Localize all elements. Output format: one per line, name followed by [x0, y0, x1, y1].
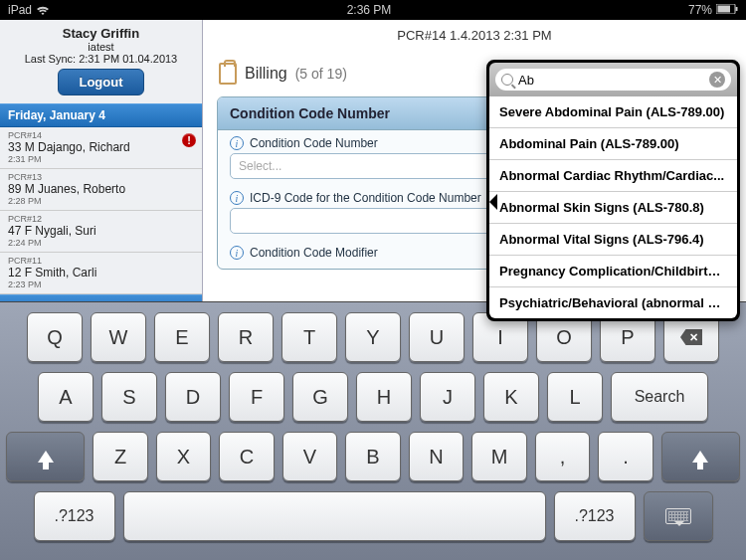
key-u[interactable]: U: [409, 312, 465, 362]
shift-icon: [38, 451, 54, 463]
search-popover: ✕ Severe Abdominal Pain (ALS-789.00) Abd…: [486, 60, 740, 321]
clipboard-icon: [219, 63, 237, 85]
battery-icon: [716, 3, 738, 17]
user-info: Stacy Griffin iatest Last Sync: 2:31 PM …: [0, 20, 202, 103]
key-s[interactable]: S: [101, 372, 157, 422]
device-label: iPad: [8, 3, 32, 17]
key-f[interactable]: F: [229, 372, 284, 422]
breadcrumb: PCR#14 1.4.2013 2:31 PM: [203, 20, 746, 51]
key-z[interactable]: Z: [93, 432, 148, 481]
key-period[interactable]: .: [598, 432, 653, 481]
key-n[interactable]: N: [409, 432, 465, 481]
key-space[interactable]: [123, 491, 546, 541]
key-k[interactable]: K: [483, 372, 539, 422]
key-j[interactable]: J: [420, 372, 475, 422]
key-shift-right[interactable]: [661, 432, 740, 481]
info-icon[interactable]: i: [230, 246, 244, 260]
key-comma[interactable]: ,: [535, 432, 591, 481]
date-header-1: Friday, January 4: [0, 103, 202, 127]
keyboard: Q W E R T Y U I O P ✕ A S D F G H J K L …: [0, 301, 746, 560]
suggestion-item[interactable]: Psychiatric/Behavioral (abnormal me...: [489, 287, 737, 318]
suggestion-item[interactable]: Abnormal Skin Signs (ALS-780.8): [489, 192, 737, 224]
key-m[interactable]: M: [471, 432, 527, 481]
suggestion-item[interactable]: Severe Abdominal Pain (ALS-789.00): [489, 96, 737, 128]
info-icon[interactable]: i: [230, 191, 244, 205]
search-field[interactable]: ✕: [495, 69, 731, 91]
key-g[interactable]: G: [292, 372, 348, 422]
key-a[interactable]: A: [38, 372, 93, 422]
info-icon[interactable]: i: [230, 136, 244, 150]
key-search[interactable]: Search: [611, 372, 708, 422]
record-item[interactable]: PCR#12 47 F Nygali, Suri 2:24 PM: [0, 211, 202, 253]
user-name: Stacy Griffin: [8, 26, 194, 41]
key-w[interactable]: W: [91, 312, 146, 362]
suggestion-item[interactable]: Abnormal Cardiac Rhythm/Cardiac...: [489, 160, 737, 192]
logout-button[interactable]: Logout: [58, 69, 143, 95]
key-hide-keyboard[interactable]: [644, 491, 713, 541]
suggestion-item[interactable]: Pregnancy Complication/Childbirth/L...: [489, 256, 737, 287]
key-t[interactable]: T: [281, 312, 337, 362]
key-b[interactable]: B: [345, 432, 401, 481]
user-sub: iatest: [8, 41, 194, 53]
search-input[interactable]: [518, 73, 704, 88]
record-item[interactable]: PCR#14 33 M Dajango, Richard 2:31 PM: [0, 127, 202, 169]
hide-keyboard-icon: [665, 508, 691, 524]
key-shift-left[interactable]: [6, 432, 85, 481]
suggestion-item[interactable]: Abnormal Vital Signs (ALS-796.4): [489, 224, 737, 256]
key-r[interactable]: R: [218, 312, 274, 362]
search-icon: [501, 74, 513, 86]
status-bar: iPad 2:36 PM 77%: [0, 0, 746, 20]
clear-icon[interactable]: ✕: [709, 72, 725, 88]
suggestions-list: Severe Abdominal Pain (ALS-789.00) Abdom…: [489, 96, 737, 318]
key-x[interactable]: X: [156, 432, 212, 481]
last-sync: Last Sync: 2:31 PM 01.04.2013: [8, 53, 194, 65]
key-numbers-right[interactable]: .?123: [554, 491, 636, 541]
svg-rect-1: [717, 6, 730, 13]
main-panel: PCR#14 1.4.2013 2:31 PM Billing (5 of 19…: [203, 20, 746, 301]
record-item[interactable]: PCR#13 89 M Juanes, Roberto 2:28 PM: [0, 169, 202, 211]
key-h[interactable]: H: [356, 372, 412, 422]
wifi-icon: [36, 5, 50, 15]
battery-label: 77%: [688, 3, 712, 17]
key-y[interactable]: Y: [345, 312, 401, 362]
svg-rect-2: [735, 7, 737, 11]
record-item[interactable]: PCR#11 12 F Smith, Carli 2:23 PM: [0, 253, 202, 294]
key-c[interactable]: C: [219, 432, 275, 481]
key-e[interactable]: E: [154, 312, 210, 362]
key-q[interactable]: Q: [27, 312, 83, 362]
key-numbers-left[interactable]: .?123: [34, 491, 115, 541]
key-d[interactable]: D: [165, 372, 221, 422]
suggestion-item[interactable]: Abdominal Pain (ALS-789.00): [489, 128, 737, 160]
clock: 2:36 PM: [347, 3, 392, 17]
key-l[interactable]: L: [547, 372, 603, 422]
backspace-icon: ✕: [680, 329, 702, 345]
section-title: Billing: [245, 65, 287, 83]
section-count: (5 of 19): [295, 66, 347, 82]
shift-icon: [692, 451, 708, 463]
sidebar: Stacy Griffin iatest Last Sync: 2:31 PM …: [0, 20, 203, 301]
key-v[interactable]: V: [282, 432, 338, 481]
